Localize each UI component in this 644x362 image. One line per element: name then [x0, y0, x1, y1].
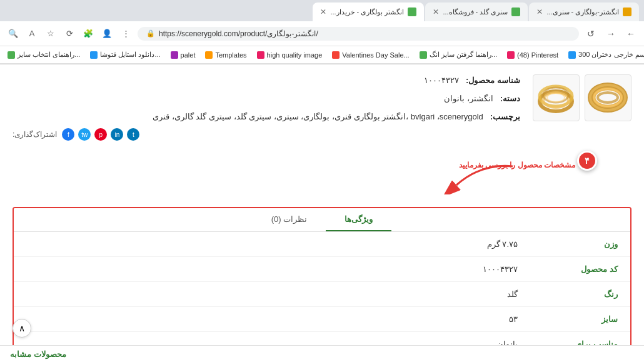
tab-2[interactable]: سنری گلد - فروشگاه... ✕ — [425, 3, 528, 21]
spec-value-1: ۱۰۰۰۴۳۲۷ — [26, 264, 543, 274]
bookmark-item-6[interactable]: راهنما گرفتن سایز انگ... — [417, 49, 500, 60]
bookmark-favicon-0 — [8, 51, 15, 59]
product-tags-label: برچسب: — [490, 112, 520, 121]
scroll-to-top-button[interactable]: ∧ — [13, 319, 31, 338]
tab-close-1[interactable]: ✕ — [536, 8, 543, 16]
share-icons: t in p tw f — [62, 128, 139, 141]
nav-icons: 🔍 A ☆ ⟳ 🧩 👤 ⋮ — [5, 26, 134, 42]
bookmark-item-3[interactable]: Templates — [203, 50, 249, 60]
spec-label-1: کد محصول — [543, 264, 618, 274]
product-id-label: شناسه محصول: — [466, 76, 520, 85]
tab-title-2: سنری گلد - فروشگاه... — [443, 8, 508, 16]
page-content: شناسه محصول: ۱۰۰۰۴۳۲۷ دسته: انگشتر، بانو… — [0, 64, 644, 362]
spec-row-3: سایز ۵۳ — [14, 307, 630, 332]
svg-point-9 — [547, 93, 565, 102]
tabs-header: ویژگی‌ها نظرات (0) — [14, 208, 630, 232]
share-label: اشتراک‌گذاری: — [13, 130, 57, 139]
bookmark-label-0: راهنمای انتخاب سایز... — [18, 51, 80, 59]
product-images — [533, 74, 631, 121]
annotation-container: ۴ مشخصات محصول را بررسی بفرمایید — [13, 157, 631, 194]
bookmark-item-4[interactable]: high quality image — [254, 50, 325, 60]
spec-label-3: سایز — [543, 314, 618, 324]
telegram-share-icon[interactable]: t — [127, 128, 139, 141]
spec-label-0: وزن — [543, 239, 618, 249]
tab-3[interactable]: انگشتر بولگاری - خریدار... ✕ — [313, 3, 424, 21]
tabs-section: ویژگی‌ها نظرات (0) وزن ۷.۷۵ گرم کد محصول… — [13, 207, 631, 358]
search-nav-icon[interactable]: 🔍 — [5, 26, 21, 42]
lock-icon: 🔒 — [146, 29, 155, 38]
twitter-share-icon[interactable]: tw — [78, 128, 91, 141]
extensions-icon[interactable]: 🧩 — [80, 26, 96, 42]
bookmark-label-5: Valentines Day Sale... — [342, 51, 409, 59]
bookmark-favicon-8 — [568, 51, 576, 59]
product-details: شناسه محصول: ۱۰۰۰۴۳۲۷ دسته: انگشتر، بانو… — [13, 74, 520, 147]
tab-title-3: انگشتر بولگاری - خریدار... — [330, 8, 404, 16]
bookmark-star-icon[interactable]: ☆ — [43, 26, 59, 42]
bookmark-label-3: Templates — [215, 51, 246, 59]
bookmark-item-7[interactable]: (48) Pinterest — [505, 50, 561, 60]
tab-favicon-3 — [408, 8, 416, 16]
tab-close-2[interactable]: ✕ — [433, 8, 439, 16]
bookmark-label-4: high quality image — [267, 51, 323, 59]
facebook-share-icon[interactable]: f — [62, 128, 74, 141]
bookmark-favicon-7 — [507, 51, 515, 59]
address-bar[interactable]: 🔒 https://scenerygold.com/product/انگشتر… — [138, 27, 579, 41]
bookmark-item-5[interactable]: Valentines Day Sale... — [330, 50, 411, 60]
history-icon[interactable]: ⟳ — [61, 26, 78, 42]
bookmark-favicon-1 — [90, 51, 98, 59]
linkedin-share-icon[interactable]: in — [111, 128, 123, 141]
bookmark-label-1: دانلود استایل قتوشا... — [100, 51, 160, 59]
product-tags-value: bvlgari ،scenerygold ،انگشتر بولگاری قنر… — [153, 112, 483, 121]
spec-value-2: گلد — [26, 289, 543, 299]
product-image-2[interactable] — [533, 74, 580, 121]
product-tags-row: برچسب: bvlgari ،scenerygold ،انگشتر بولگ… — [13, 111, 520, 124]
tab-1[interactable]: انگشتر-بولگاری - سنری... ✕ — [529, 3, 639, 21]
bookmark-item-8[interactable]: 300 اسم خارجی دختران... — [566, 49, 644, 60]
bookmark-favicon-3 — [205, 51, 213, 59]
spec-label-2: رنگ — [543, 289, 618, 299]
account-icon[interactable]: 👤 — [99, 26, 115, 42]
bookmark-label-6: راهنما گرفتن سایز انگ... — [430, 51, 497, 59]
bookmark-label-7: (48) Pinterest — [517, 51, 558, 59]
bookmark-item-2[interactable]: palet — [168, 50, 198, 60]
bottom-bar: محصولات مشابه — [0, 345, 644, 362]
pinterest-share-icon[interactable]: p — [94, 128, 107, 141]
nav-bar: ← → ↺ 🔒 https://scenerygold.com/product/… — [0, 21, 644, 46]
product-image-1[interactable] — [585, 74, 631, 121]
tab-favicon-1 — [623, 8, 631, 16]
bookmark-favicon-5 — [332, 51, 340, 59]
bookmark-item-0[interactable]: راهنمای انتخاب سایز... — [5, 49, 83, 60]
tab-close-3[interactable]: ✕ — [320, 8, 326, 16]
tab-title-1: انگشتر-بولگاری - سنری... — [546, 8, 619, 16]
back-button[interactable]: ← — [623, 26, 639, 42]
product-category-row: دسته: انگشتر، بانوان — [13, 93, 520, 106]
tab-favicon-2 — [511, 8, 520, 16]
share-row: t in p tw f اشتراک‌گذاری: — [13, 128, 520, 141]
bookmark-label-2: palet — [181, 51, 196, 59]
similar-products-label: محصولات مشابه — [10, 349, 66, 359]
tab-bar: انگشتر-بولگاری - سنری... ✕ سنری گلد - فر… — [0, 0, 644, 21]
spec-value-3: ۵۳ — [26, 314, 543, 324]
red-arrow-icon — [444, 163, 519, 197]
product-category-value: انگشتر، بانوان — [444, 94, 493, 103]
bookmark-item-1[interactable]: دانلود استایل قتوشا... — [88, 49, 163, 60]
spec-row-2: رنگ گلد — [14, 282, 630, 307]
menu-icon[interactable]: ⋮ — [118, 26, 134, 42]
product-info: شناسه محصول: ۱۰۰۰۴۳۲۷ دسته: انگشتر، بانو… — [13, 74, 631, 147]
tab-nazarat[interactable]: نظرات (0) — [253, 208, 326, 231]
spec-row-1: کد محصول ۱۰۰۰۴۳۲۷ — [14, 257, 630, 282]
product-id-row: شناسه محصول: ۱۰۰۰۴۳۲۷ — [13, 74, 520, 88]
bookmark-favicon-4 — [257, 51, 264, 59]
spec-value-0: ۷.۷۵ گرم — [26, 239, 543, 249]
browser-chrome: انگشتر-بولگاری - سنری... ✕ سنری گلد - فر… — [0, 0, 644, 64]
tab-vizhagi[interactable]: ویژگی‌ها — [326, 208, 391, 231]
address-text: https://scenerygold.com/product/انگشتر-ب… — [159, 29, 570, 38]
bookmark-favicon-2 — [171, 51, 178, 59]
product-category-label: دسته: — [500, 94, 520, 103]
bookmarks-bar: راهنمای انتخاب سایز... دانلود استایل قتو… — [0, 46, 644, 64]
refresh-button[interactable]: ↺ — [583, 26, 599, 42]
spec-row-0: وزن ۷.۷۵ گرم — [14, 232, 630, 257]
forward-button[interactable]: → — [603, 26, 619, 42]
zoom-icon[interactable]: A — [24, 26, 40, 42]
product-id-value: ۱۰۰۰۴۳۲۷ — [424, 76, 459, 85]
